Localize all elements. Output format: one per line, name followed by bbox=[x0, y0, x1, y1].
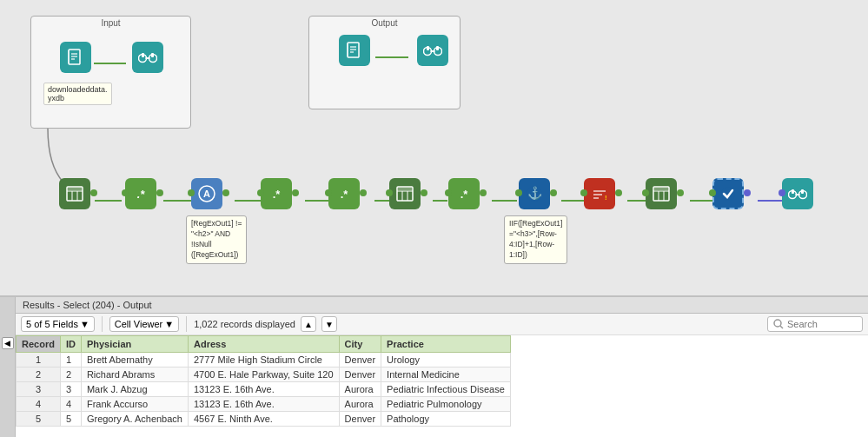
cell-viewer-icon: ▼ bbox=[164, 319, 174, 329]
svg-rect-61 bbox=[792, 189, 794, 194]
node-check1[interactable] bbox=[712, 178, 744, 209]
results-title: Results - Select (204) - Output bbox=[23, 300, 152, 310]
svg-rect-62 bbox=[801, 189, 804, 194]
cell-id: 5 bbox=[60, 412, 81, 427]
formula-tooltip1: [RegExOut1] != "<h2>" AND !IsNull ([RegE… bbox=[186, 215, 247, 264]
cell-city: Denver bbox=[339, 367, 381, 382]
svg-rect-21 bbox=[142, 53, 144, 57]
svg-rect-37 bbox=[68, 188, 82, 190]
cell-id: 2 bbox=[60, 367, 81, 382]
cell-id: 3 bbox=[60, 382, 81, 397]
cell-practice: Pediatric Pulmonology bbox=[381, 397, 511, 412]
svg-rect-20 bbox=[146, 57, 150, 59]
svg-text:⚓: ⚓ bbox=[527, 186, 543, 201]
svg-rect-56 bbox=[654, 188, 668, 190]
cell-address: 2777 Mile High Stadium Circle bbox=[188, 353, 339, 367]
cell-record: 1 bbox=[17, 353, 61, 367]
results-toolbar: 5 of 5 Fields ▼ Cell Viewer ▼ 1,022 reco… bbox=[16, 314, 868, 335]
svg-rect-30 bbox=[431, 50, 435, 52]
input-box-label: Input bbox=[31, 18, 190, 28]
cell-physician: Mark J. Abzug bbox=[81, 382, 188, 397]
col-header-city: City bbox=[339, 336, 381, 353]
node-table1[interactable] bbox=[59, 178, 90, 209]
sort-asc-btn[interactable]: ▲ bbox=[301, 316, 316, 332]
node-regex4[interactable]: .* bbox=[448, 178, 480, 209]
col-header-id: ID bbox=[60, 336, 81, 353]
node-formula2[interactable]: ! bbox=[584, 178, 615, 209]
cell-practice: Internal Medicine bbox=[381, 367, 511, 382]
cell-address: 13123 E. 16th Ave. bbox=[188, 397, 339, 412]
svg-rect-44 bbox=[398, 188, 412, 190]
node-table3[interactable] bbox=[646, 178, 677, 209]
search-input[interactable] bbox=[787, 319, 857, 329]
cell-physician: Frank Accurso bbox=[81, 397, 188, 412]
toolbar-separator1 bbox=[102, 316, 103, 332]
node-output-browse[interactable] bbox=[417, 35, 448, 66]
results-table: Record ID Physician Adress City Practice… bbox=[16, 335, 868, 427]
cell-city: Denver bbox=[339, 412, 381, 427]
node-regex3[interactable]: .* bbox=[328, 178, 360, 209]
cell-record: 3 bbox=[17, 382, 61, 397]
cell-address: 4567 E. Ninth Ave. bbox=[188, 412, 339, 427]
svg-rect-27 bbox=[347, 43, 348, 56]
cell-id: 4 bbox=[60, 397, 81, 412]
cell-physician: Brett Abernathy bbox=[81, 353, 188, 367]
cell-record: 2 bbox=[17, 367, 61, 382]
fields-label: 5 of 5 Fields bbox=[26, 319, 78, 329]
svg-rect-22 bbox=[151, 53, 154, 57]
svg-rect-32 bbox=[436, 46, 439, 50]
cell-record: 5 bbox=[17, 412, 61, 427]
node-output-book[interactable] bbox=[339, 35, 370, 66]
toolbar-separator2 bbox=[186, 316, 187, 332]
svg-rect-17 bbox=[68, 50, 70, 63]
node-table2[interactable] bbox=[389, 178, 421, 209]
svg-rect-60 bbox=[796, 194, 800, 195]
node-regex2[interactable]: .* bbox=[261, 178, 292, 209]
workflow-canvas: Input Output bbox=[0, 0, 868, 295]
svg-text:!: ! bbox=[605, 194, 607, 202]
cell-physician: Richard Abrams bbox=[81, 367, 188, 382]
cell-viewer-btn[interactable]: Cell Viewer ▼ bbox=[109, 316, 179, 332]
svg-line-64 bbox=[780, 326, 783, 328]
cell-id: 1 bbox=[60, 353, 81, 367]
cell-address: 4700 E. Hale Parkway, Suite 120 bbox=[188, 367, 339, 382]
results-header: Results - Select (204) - Output bbox=[16, 297, 868, 314]
cell-viewer-label: Cell Viewer bbox=[115, 319, 162, 329]
fields-dropdown-icon: ▼ bbox=[80, 319, 89, 329]
file-label: downloadeddata. yxdb bbox=[43, 83, 112, 105]
output-box-label: Output bbox=[309, 18, 460, 28]
node-input-browse[interactable] bbox=[132, 42, 163, 73]
results-panel: ◀ Results - Select (204) - Output 5 of 5… bbox=[0, 295, 868, 437]
cell-practice: Pediatric Infectious Disease bbox=[381, 382, 511, 397]
node-formula1[interactable]: A bbox=[191, 178, 222, 209]
collapse-arrow[interactable]: ◀ bbox=[2, 337, 14, 349]
cell-city: Denver bbox=[339, 353, 381, 367]
svg-rect-31 bbox=[427, 46, 429, 50]
node-browse2[interactable] bbox=[782, 178, 813, 209]
search-icon bbox=[773, 319, 784, 329]
cell-physician: Gregory A. Achenbach bbox=[81, 412, 188, 427]
table-row[interactable]: 4 4 Frank Accurso 13123 E. 16th Ave. Aur… bbox=[17, 397, 511, 412]
formula-tooltip2: IIF([RegExOut1] ="<h3>",[Row- 4:ID]+1,[R… bbox=[504, 215, 567, 264]
node-regex1[interactable]: .* bbox=[125, 178, 156, 209]
svg-point-63 bbox=[774, 320, 781, 327]
cell-practice: Pathology bbox=[381, 412, 511, 427]
sort-desc-btn[interactable]: ▼ bbox=[321, 316, 337, 332]
table-row[interactable]: 2 2 Richard Abrams 4700 E. Hale Parkway,… bbox=[17, 367, 511, 382]
table-row[interactable]: 3 3 Mark J. Abzug 13123 E. 16th Ave. Aur… bbox=[17, 382, 511, 397]
records-count: 1,022 records displayed bbox=[194, 319, 295, 329]
node-input-book[interactable] bbox=[60, 42, 91, 73]
input-box: Input bbox=[30, 16, 191, 129]
node-join1[interactable]: ⚓ bbox=[519, 178, 550, 209]
col-header-physician: Physician bbox=[81, 336, 188, 353]
table-row[interactable]: 1 1 Brett Abernathy 2777 Mile High Stadi… bbox=[17, 353, 511, 367]
col-header-address: Adress bbox=[188, 336, 339, 353]
cell-city: Aurora bbox=[339, 397, 381, 412]
col-header-practice: Practice bbox=[381, 336, 511, 353]
search-box[interactable] bbox=[767, 316, 863, 332]
cell-city: Aurora bbox=[339, 382, 381, 397]
cell-record: 4 bbox=[17, 397, 61, 412]
col-header-record: Record bbox=[17, 336, 61, 353]
fields-selector[interactable]: 5 of 5 Fields ▼ bbox=[21, 316, 95, 332]
table-row[interactable]: 5 5 Gregory A. Achenbach 4567 E. Ninth A… bbox=[17, 412, 511, 427]
